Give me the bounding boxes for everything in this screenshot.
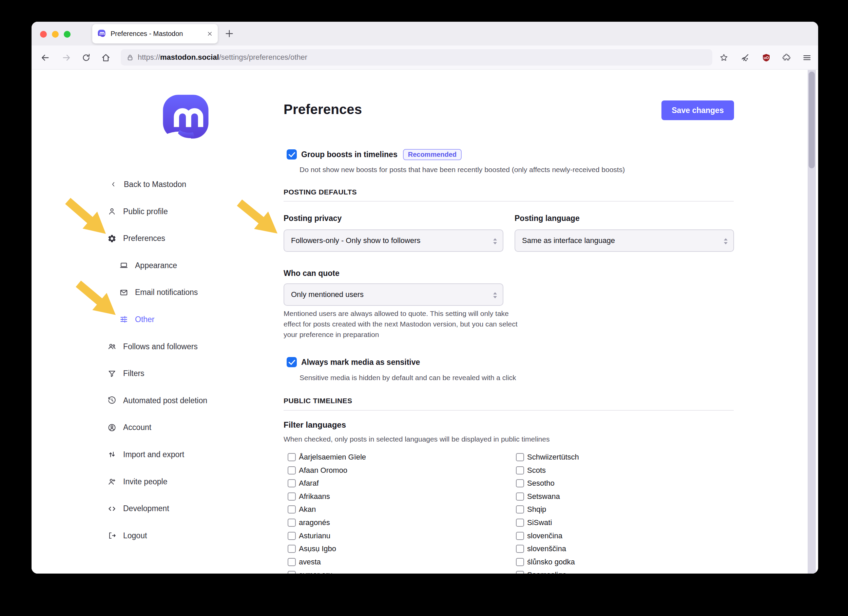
language-label: avesta — [299, 558, 321, 567]
language-option--arjelsaemien-g-ele[interactable]: Åarjelsaemien Gïele — [288, 451, 366, 464]
back-icon[interactable] — [40, 53, 50, 62]
language-label: ślůnsko godka — [527, 558, 575, 567]
language-label: Sesotho — [527, 479, 554, 488]
posting-language-select[interactable]: Same as interface language — [514, 229, 734, 252]
language-label: Schwiizertütsch — [527, 453, 579, 462]
language-checkbox[interactable] — [288, 466, 296, 475]
sensitive-media-label: Always mark media as sensitive — [301, 358, 420, 367]
chevron-left-icon — [110, 181, 117, 188]
sidebar-item-filters[interactable]: Filters — [108, 366, 144, 381]
language-checkbox[interactable] — [516, 519, 524, 527]
svg-text:uO: uO — [763, 56, 769, 60]
language-checkbox[interactable] — [516, 571, 524, 574]
language-checkbox[interactable] — [516, 466, 524, 475]
sidebar-item-label: Import and export — [123, 450, 184, 459]
language-option-afaraf[interactable]: Afaraf — [288, 477, 319, 490]
language-option-avesta[interactable]: avesta — [288, 555, 321, 569]
language-option-afrikaans[interactable]: Afrikaans — [288, 490, 330, 503]
who-can-quote-hint: Mentioned users are always allowed to qu… — [283, 308, 525, 340]
reload-icon[interactable] — [82, 53, 91, 62]
language-option-setswana[interactable]: Setswana — [516, 490, 560, 503]
mastodon-logo[interactable] — [158, 92, 214, 148]
sidebar-item-invite-people[interactable]: Invite people — [108, 474, 167, 489]
sidebar-item-automated-post-deletion[interactable]: Automated post deletion — [108, 393, 207, 408]
language-option-sloven-ina[interactable]: slovenčina — [516, 530, 562, 542]
sidebar-item-public-profile[interactable]: Public profile — [108, 204, 168, 219]
sidebar-item-import-and-export[interactable]: Import and export — [108, 447, 184, 462]
language-option-aragon-s[interactable]: aragonés — [288, 516, 330, 529]
language-checkbox[interactable] — [288, 532, 296, 540]
lock-icon — [126, 53, 134, 61]
language-checkbox[interactable] — [516, 479, 524, 487]
sidebar-item-logout[interactable]: Logout — [108, 528, 147, 543]
home-icon[interactable] — [101, 53, 111, 62]
address-bar[interactable]: https://mastodon.social/settings/prefere… — [121, 49, 712, 65]
language-checkbox[interactable] — [516, 453, 524, 461]
sidebar-item-label: Appearance — [135, 261, 177, 270]
language-option-aymar-aru[interactable]: aymar aru — [288, 569, 332, 574]
new-tab-icon[interactable] — [224, 28, 235, 39]
scrollbar-thumb[interactable] — [809, 71, 815, 168]
sidebar-item-back-to-mastodon[interactable]: Back to Mastodon — [110, 177, 186, 192]
funnel-icon — [108, 369, 116, 378]
group-boosts-checkbox[interactable] — [287, 149, 297, 159]
who-can-quote-select[interactable]: Only mentioned users — [283, 284, 503, 306]
language-option-scots[interactable]: Scots — [516, 464, 546, 477]
tab-close-icon[interactable] — [206, 31, 213, 37]
language-checkbox[interactable] — [288, 505, 296, 514]
person-plus-icon — [108, 477, 116, 486]
sidebar-item-other[interactable]: Other — [119, 312, 155, 327]
traffic-light-zoom[interactable] — [64, 31, 71, 38]
gear-icon — [108, 234, 116, 243]
ublock-shield-icon[interactable]: uO — [762, 53, 771, 62]
menu-hamburger-icon[interactable] — [802, 53, 812, 62]
language-option-siswati[interactable]: SiSwati — [516, 516, 552, 529]
posting-privacy-select[interactable]: Followers-only - Only show to followers — [283, 229, 503, 252]
language-checkbox[interactable] — [516, 532, 524, 540]
language-checkbox[interactable] — [516, 505, 524, 514]
sidebar-item-development[interactable]: Development — [108, 501, 169, 516]
language-label: slovenščina — [527, 545, 566, 553]
forward-icon[interactable] — [62, 53, 71, 62]
language-option-akan[interactable]: Akan — [288, 503, 316, 516]
language-checkbox[interactable] — [516, 493, 524, 500]
select-updown-icon — [492, 291, 498, 302]
page-content: Back to Mastodon Public profilePreferenc… — [31, 70, 818, 574]
sensitive-media-checkbox[interactable] — [287, 357, 297, 367]
language-checkbox[interactable] — [288, 558, 296, 566]
language-option-schwiizert-tsch[interactable]: Schwiizertütsch — [516, 451, 579, 464]
traffic-light-minimize[interactable] — [52, 31, 59, 38]
language-option-afaan-oromoo[interactable]: Afaan Oromoo — [288, 464, 347, 477]
browser-tab[interactable]: Preferences - Mastodon — [92, 24, 218, 43]
select-updown-icon — [722, 236, 729, 248]
language-checkbox[interactable] — [288, 493, 296, 500]
sidebar-item-preferences[interactable]: Preferences — [108, 231, 165, 246]
language-checkbox[interactable] — [516, 545, 524, 553]
language-checkbox[interactable] — [288, 479, 296, 487]
language-option-as-s-igbo[interactable]: Asụsụ Igbo — [288, 542, 336, 555]
language-checkbox[interactable] — [288, 519, 296, 527]
language-option-sesotho[interactable]: Sesotho — [516, 477, 554, 490]
sidebar-item-label: Account — [123, 423, 151, 432]
puzzle-extension-icon[interactable] — [782, 53, 791, 62]
language-checkbox[interactable] — [288, 545, 296, 553]
bookmark-star-icon[interactable] — [719, 53, 729, 62]
sidebar-item-email-notifications[interactable]: Email notifications — [119, 285, 198, 300]
sidebar-item-label: Invite people — [123, 477, 167, 486]
sidebar-item-account[interactable]: Account — [108, 420, 151, 435]
traffic-light-close[interactable] — [40, 31, 47, 38]
language-checkbox[interactable] — [288, 453, 296, 461]
language-option-shqip[interactable]: Shqip — [516, 503, 546, 516]
language-checkbox[interactable] — [516, 558, 524, 566]
sidebar-item-label: Development — [123, 504, 169, 513]
language-checkbox[interactable] — [288, 571, 296, 574]
save-changes-button[interactable]: Save changes — [661, 101, 734, 120]
language-option--l-nsko-godka[interactable]: ślůnsko godka — [516, 555, 575, 569]
group-boosts-hint: Do not show new boosts for posts that ha… — [299, 164, 625, 175]
language-option-soomaaliga[interactable]: Soomaaliga — [516, 569, 566, 574]
language-option-asturianu[interactable]: Asturianu — [288, 530, 331, 542]
broom-icon[interactable] — [740, 53, 750, 62]
sidebar-item-appearance[interactable]: Appearance — [119, 258, 177, 273]
language-option-sloven-ina[interactable]: slovenščina — [516, 542, 566, 555]
sidebar-item-follows-and-followers[interactable]: Follows and followers — [108, 339, 198, 354]
